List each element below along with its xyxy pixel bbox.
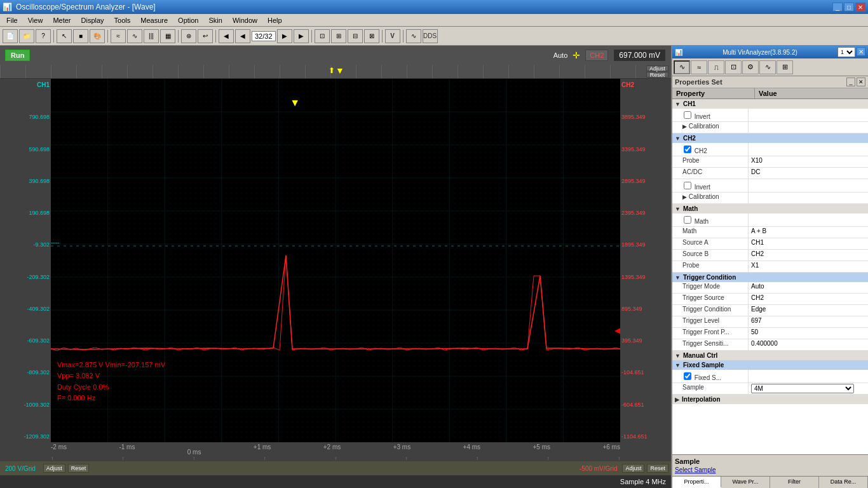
help-button[interactable]: ?: [36, 29, 51, 43]
osc-canvas[interactable]: ▼ ◀ ---- Vmax=2.875 V Vmin=-207.157 mV V…: [51, 79, 620, 442]
stat-vpp: Vpp= 3.082 V: [57, 370, 165, 382]
view1-btn[interactable]: ⊡: [315, 29, 330, 43]
az-logic-btn[interactable]: ⎍: [708, 60, 724, 74]
prop-ch2-invert: Invert: [672, 179, 868, 193]
frame-counter: 32/32: [252, 31, 276, 41]
section-fixed-sample[interactable]: ▼ Fixed Sample: [672, 360, 868, 370]
ch2-invert-label: Invert: [695, 184, 710, 191]
menu-measure[interactable]: Measure: [135, 15, 173, 25]
tab-data-record[interactable]: Data Re...: [819, 477, 868, 488]
scope-button[interactable]: ∿: [127, 29, 142, 43]
ch2-adjust-button[interactable]: Adjust: [622, 464, 644, 473]
analyzer-close-btn[interactable]: ✕: [857, 47, 865, 56]
ch2-calibration-label: Calibration: [689, 193, 719, 200]
ch1-reset-button[interactable]: Reset: [68, 464, 90, 473]
scope-display: CH1 790.698 590.698 390.698 190.698 -9.3…: [0, 79, 671, 442]
sample-freq-bar: Sample 4 MHz: [0, 475, 671, 488]
props-close-btn[interactable]: ✕: [857, 78, 865, 86]
sample-rate-select[interactable]: 4M: [751, 384, 854, 393]
vert-btn[interactable]: |||: [144, 29, 159, 43]
next-btn[interactable]: ▶: [294, 29, 309, 43]
az-fft-btn[interactable]: ≈: [691, 60, 707, 74]
menu-window[interactable]: Window: [227, 15, 262, 25]
menu-view[interactable]: View: [23, 15, 48, 25]
section-interpolation[interactable]: ▶ Interpolation: [672, 395, 868, 404]
menu-skin[interactable]: Skin: [204, 15, 227, 25]
view4-btn[interactable]: ⊠: [364, 29, 379, 43]
dds-btn[interactable]: DDS: [423, 29, 438, 43]
run-button[interactable]: Run: [5, 50, 30, 61]
menu-option[interactable]: Option: [173, 15, 203, 25]
tab-waveform[interactable]: Wave Pr...: [721, 477, 770, 488]
maximize-button[interactable]: □: [844, 3, 854, 11]
wave-btn[interactable]: ∿: [406, 29, 421, 43]
menu-file[interactable]: File: [1, 15, 23, 25]
sample-select-text[interactable]: Select Sample: [675, 466, 865, 473]
stat-vmax: Vmax=2.875 V Vmin=-207.157 mV: [57, 360, 165, 371]
ch1-scale-10: -1209.302: [1, 433, 50, 440]
time-label-7: +5 ms: [532, 444, 550, 451]
prop-ch2-acdc: AC/DC DC: [672, 168, 868, 179]
tab-filter[interactable]: Filter: [770, 477, 819, 488]
section-ch1[interactable]: ▼ CH1: [672, 99, 868, 109]
az-recorder-btn[interactable]: ⚙: [742, 60, 759, 74]
new-button[interactable]: 📄: [3, 29, 18, 43]
ch2-enable-checkbox[interactable]: [684, 146, 691, 153]
analyzer-title: Multi VirAnalyzer(3.8.95.2): [722, 49, 797, 56]
fixed-sample-label: Fixed S...: [695, 374, 721, 381]
section-manual[interactable]: ▼ Manual Ctrl: [672, 351, 868, 360]
az-custom-btn[interactable]: ⊞: [776, 60, 793, 74]
next2-btn[interactable]: ▶: [277, 29, 292, 43]
ch1-adjust-button[interactable]: Adjust: [43, 464, 65, 473]
section-math[interactable]: ▼ Math: [672, 204, 868, 214]
cursor-button[interactable]: ↖: [57, 29, 72, 43]
minimize-button[interactable]: _: [832, 3, 843, 11]
section-trigger[interactable]: ▼ Trigger Condition: [672, 273, 868, 282]
prop-trigger-condition: Trigger Condition Edge: [672, 305, 868, 316]
prop-math-formula: Math A + B: [672, 227, 868, 238]
prev2-btn[interactable]: ◀: [235, 29, 250, 43]
ch2-reset-button[interactable]: Reset: [647, 464, 668, 473]
tab-properties[interactable]: Properti...: [672, 477, 721, 488]
menu-display[interactable]: Display: [76, 15, 109, 25]
ch2-arrow-marker: ◀: [614, 326, 620, 335]
menu-meter[interactable]: Meter: [48, 15, 76, 25]
measure-btn[interactable]: ▦: [160, 29, 175, 43]
props-minimize-btn[interactable]: _: [846, 78, 855, 86]
props-tabs: Properti... Wave Pr... Filter Data Re...: [672, 476, 868, 488]
fixed-sample-checkbox[interactable]: [684, 372, 691, 380]
trigger-section-label: Trigger Condition: [683, 274, 736, 281]
section-ch2[interactable]: ▼ CH2: [672, 133, 868, 143]
ch1-invert-checkbox[interactable]: [684, 111, 691, 119]
ref-btn[interactable]: ⊛: [181, 29, 196, 43]
view2-btn[interactable]: ⊞: [331, 29, 346, 43]
adjust-trigger-button[interactable]: Adjust: [646, 65, 668, 71]
open-button[interactable]: 📁: [19, 29, 34, 43]
analyzer-icon: 📊: [675, 49, 682, 56]
ch1-scale-6: -409.302: [1, 306, 50, 312]
fft-button[interactable]: ≈: [111, 29, 126, 43]
toolbar: 📄 📁 ? ↖ ■ 🎨 ≈ ∿ ||| ▦ ⊛ ↩ ◀ ◀ 32/32 ▶ ▶ …: [0, 27, 868, 46]
menu-tools[interactable]: Tools: [109, 15, 136, 25]
time-axis: -2 ms -1 ms 0 ms +1 ms +2 ms +3 ms +4 ms…: [0, 442, 671, 461]
trigger-bar[interactable]: ▼ ⬆ Adjust Reset: [0, 65, 671, 79]
close-button[interactable]: ✕: [855, 3, 865, 11]
ch2-invert-checkbox[interactable]: [684, 182, 691, 189]
prev-btn[interactable]: ◀: [219, 29, 234, 43]
menu-help[interactable]: Help: [262, 15, 287, 25]
prop-trigger-source: Trigger Source CH2: [672, 294, 868, 305]
reset-trigger-button[interactable]: Reset: [646, 72, 668, 78]
view3-btn[interactable]: ⊟: [348, 29, 363, 43]
v-btn[interactable]: V: [385, 29, 400, 43]
az-wave-btn[interactable]: ∿: [759, 60, 776, 74]
sample-freq-label: Sample 4 MHz: [620, 478, 666, 485]
stop-button[interactable]: ■: [73, 29, 88, 43]
az-scope-btn[interactable]: ∿: [674, 60, 690, 74]
az-meter-btn[interactable]: ⊡: [725, 60, 742, 74]
ch1-scale-9: -1009.302: [1, 402, 50, 408]
analyzer-channel-select[interactable]: 1: [837, 47, 855, 57]
math-enable-checkbox[interactable]: [684, 216, 691, 224]
canvas-wrapper: CH1 790.698 590.698 390.698 190.698 -9.3…: [0, 79, 671, 488]
cursor2-btn[interactable]: ↩: [198, 29, 213, 43]
color-button[interactable]: 🎨: [90, 29, 105, 43]
